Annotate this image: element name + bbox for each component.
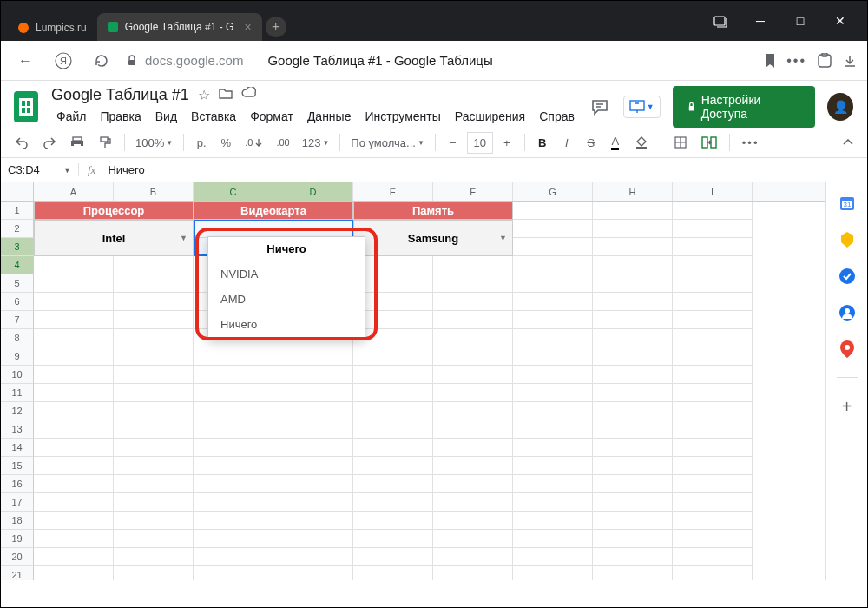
cells-area[interactable]: Процессор Видеокарта Память Intel▼ Samsu… [34,202,753,580]
col-header[interactable]: D [273,182,353,201]
address-box[interactable]: docs.google.com Google Таблица #1 - Goog… [126,53,753,68]
row-header[interactable]: 6 [1,293,34,311]
dec-increase-button[interactable]: .00 [271,134,294,151]
close-button[interactable]: ✕ [820,1,860,41]
row-header[interactable]: 18 [1,512,34,530]
menu-view[interactable]: Вид [150,108,182,125]
user-avatar[interactable]: 👤 [827,93,853,121]
dec-decrease-button[interactable]: .0 [240,134,267,151]
reading-mode-icon[interactable] [700,1,740,41]
row-header[interactable]: 10 [1,366,34,384]
browser-tab-sheets[interactable]: Google Таблица #1 - G × [97,13,262,41]
percent-button[interactable]: % [215,133,236,153]
menu-tools[interactable]: Инструменты [359,108,445,125]
formula-value[interactable]: Ничего [104,163,148,176]
more-tools-button[interactable]: ••• [737,133,765,153]
row-header[interactable]: 4 [1,256,34,274]
browser-tab-lumpics[interactable]: Lumpics.ru [8,15,97,41]
bold-button[interactable]: B [532,133,553,153]
row-header[interactable]: 12 [1,402,34,420]
download-icon[interactable] [843,54,857,68]
doc-title[interactable]: Google Таблица #1 [51,86,189,104]
cloud-icon[interactable] [241,87,257,103]
row-header[interactable]: 20 [1,548,34,566]
redo-button[interactable] [37,133,62,152]
more-icon[interactable]: ••• [786,53,806,69]
col-header[interactable]: B [114,182,194,201]
maps-icon[interactable] [840,340,854,358]
row-header[interactable]: 8 [1,329,34,347]
yandex-button[interactable]: Я [49,47,77,75]
menu-insert[interactable]: Вставка [186,108,241,125]
cell-cpu[interactable]: Intel▼ [34,220,194,256]
italic-button[interactable]: I [556,133,577,153]
number-format-dropdown[interactable]: 123 ▼ [299,133,333,153]
tasks-icon[interactable] [838,268,856,285]
minimize-button[interactable]: ─ [740,1,780,41]
col-header[interactable]: I [673,182,753,201]
row-header[interactable]: 2 [1,220,34,238]
row-header[interactable]: 5 [1,274,34,293]
row-header[interactable]: 17 [1,493,34,512]
font-size-down[interactable]: − [443,133,464,153]
contacts-icon[interactable] [838,304,856,321]
extensions-icon[interactable] [817,53,832,69]
row-header[interactable]: 14 [1,439,34,457]
menu-edit[interactable]: Правка [95,108,146,125]
col-header[interactable]: E [353,182,433,201]
star-icon[interactable]: ☆ [198,87,210,103]
calendar-icon[interactable]: 31 [838,195,856,212]
menu-extensions[interactable]: Расширения [450,108,530,125]
select-all-corner[interactable] [1,182,34,201]
undo-button[interactable] [10,133,34,152]
font-size-input[interactable]: 10 [467,132,493,154]
merge-button[interactable] [696,132,722,153]
row-header[interactable]: 7 [1,311,34,329]
dropdown-option[interactable]: NVIDIA [208,261,365,287]
move-icon[interactable] [219,87,233,103]
share-button[interactable]: Настройки Доступа [673,86,816,128]
zoom-dropdown[interactable]: 100% ▼ [132,133,176,153]
row-header[interactable]: 9 [1,347,34,366]
menu-file[interactable]: Файл [51,108,91,125]
row-header[interactable]: 13 [1,420,34,439]
col-header[interactable]: H [593,182,673,201]
sheets-logo[interactable] [10,86,43,128]
print-button[interactable] [65,132,89,153]
row-header[interactable]: 19 [1,530,34,548]
row-header[interactable]: 15 [1,457,34,475]
col-header[interactable]: A [34,182,114,201]
add-addon-button[interactable]: + [842,397,852,417]
paint-format-button[interactable] [93,132,117,153]
maximize-button[interactable]: □ [780,1,820,41]
keep-icon[interactable] [839,231,855,248]
bookmark-icon[interactable] [764,54,776,68]
row-header[interactable]: 11 [1,384,34,402]
font-size-up[interactable]: + [496,133,517,153]
row-header[interactable]: 3 [1,238,34,256]
close-icon[interactable]: × [244,20,251,34]
present-button[interactable]: ▼ [623,96,661,118]
borders-button[interactable] [668,132,693,153]
collapse-toolbar-button[interactable] [838,135,858,149]
menu-format[interactable]: Формат [245,108,299,125]
menu-data[interactable]: Данные [302,108,357,125]
strike-button[interactable]: S [581,133,602,153]
cell-mem[interactable]: Samsung▼ [353,220,513,256]
row-header[interactable]: 1 [1,202,34,220]
fill-color-button[interactable] [629,132,654,153]
dropdown-option[interactable]: AMD [208,287,365,312]
text-color-button[interactable]: A [605,131,626,154]
dropdown-arrow-icon[interactable]: ▼ [180,234,187,242]
comments-button[interactable] [589,95,611,119]
col-header[interactable]: F [433,182,513,201]
menu-help[interactable]: Справ [534,108,580,125]
cell-reference-input[interactable]: C3:D4▼ [1,163,79,176]
back-button[interactable]: ← [11,47,39,75]
currency-button[interactable]: р. [191,133,212,153]
font-dropdown[interactable]: По умолча... ▼ [347,133,427,153]
reload-button[interactable] [88,47,115,75]
col-header[interactable]: G [513,182,593,201]
dropdown-arrow-icon[interactable]: ▼ [499,234,507,242]
col-header[interactable]: C [194,182,273,201]
